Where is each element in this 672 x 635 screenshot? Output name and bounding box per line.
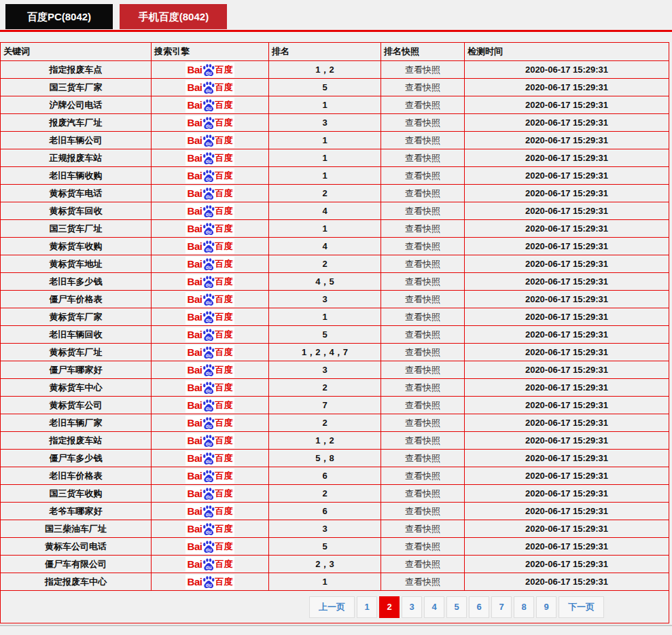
baidu-logo-suffix: 百度 (215, 186, 232, 201)
tab-baidu-pc[interactable]: 百度PC(8042) (5, 4, 113, 29)
keyword-cell: 僵尸车多少钱 (1, 450, 152, 467)
view-snapshot-link[interactable]: 查看快照 (405, 312, 440, 322)
view-snapshot-link[interactable]: 查看快照 (405, 400, 440, 410)
view-snapshot-link[interactable]: 查看快照 (405, 135, 440, 145)
baidu-paw-icon: du (202, 62, 215, 77)
engine-cell: Bai du 百度 (152, 185, 269, 202)
rank-cell: 3 (269, 520, 381, 538)
keyword-cell: 老旧车价格表 (1, 467, 152, 485)
baidu-logo-bai: Bai (188, 433, 202, 448)
pagination-page-3[interactable]: 3 (402, 596, 422, 618)
view-snapshot-link[interactable]: 查看快照 (405, 559, 440, 569)
table-row: 指定报废车中心 Bai du 百度 1 查看快照 2020-06-17 15:2… (1, 573, 669, 591)
baidu-logo: Bai du 百度 (185, 62, 235, 77)
snapshot-cell: 查看快照 (381, 255, 465, 273)
rank-cell: 4 (269, 202, 381, 220)
pagination-next-button[interactable]: 下一页 (559, 596, 604, 618)
engine-cell: Bai du 百度 (152, 255, 269, 273)
view-snapshot-link[interactable]: 查看快照 (405, 241, 440, 251)
baidu-logo-bai: Bai (188, 168, 202, 183)
engine-cell: Bai du 百度 (152, 167, 269, 185)
baidu-logo-suffix: 百度 (215, 433, 232, 448)
baidu-logo-bai: Bai (188, 380, 202, 395)
table-row: 老旧车多少钱 Bai du 百度 4，5 查看快照 2020-06-17 15:… (1, 273, 669, 291)
rank-cell: 2，3 (269, 556, 381, 573)
view-snapshot-link[interactable]: 查看快照 (405, 82, 440, 92)
view-snapshot-link[interactable]: 查看快照 (405, 188, 440, 198)
baidu-logo-suffix: 百度 (215, 469, 232, 484)
snapshot-cell: 查看快照 (381, 361, 465, 379)
engine-cell: Bai du 百度 (152, 503, 269, 520)
view-snapshot-link[interactable]: 查看快照 (405, 294, 440, 304)
view-snapshot-link[interactable]: 查看快照 (405, 347, 440, 357)
view-snapshot-link[interactable]: 查看快照 (405, 276, 440, 287)
tab-baidu-mobile[interactable]: 手机百度(8042) (120, 4, 227, 29)
pagination-page-8[interactable]: 8 (514, 596, 534, 618)
view-snapshot-link[interactable]: 查看快照 (405, 223, 440, 234)
snapshot-cell: 查看快照 (381, 344, 465, 361)
table-row: 黄标货车公司 Bai du 百度 7 查看快照 2020-06-17 15:29… (1, 397, 669, 414)
keyword-cell: 黄标货车回收 (1, 202, 152, 220)
view-snapshot-link[interactable]: 查看快照 (405, 100, 440, 110)
time-cell: 2020-06-17 15:29:31 (465, 238, 669, 255)
view-snapshot-link[interactable]: 查看快照 (405, 577, 440, 587)
table-row: 僵尸车哪家好 Bai du 百度 3 查看快照 2020-06-17 15:29… (1, 361, 669, 379)
view-snapshot-link[interactable]: 查看快照 (405, 435, 440, 446)
baidu-logo-bai: Bai (188, 345, 202, 360)
view-snapshot-link[interactable]: 查看快照 (405, 259, 440, 269)
snapshot-cell: 查看快照 (381, 96, 465, 114)
keyword-cell: 老旧车辆公司 (1, 132, 152, 149)
baidu-logo-bai: Bai (188, 80, 202, 95)
view-snapshot-link[interactable]: 查看快照 (405, 65, 440, 75)
view-snapshot-link[interactable]: 查看快照 (405, 506, 440, 516)
time-cell: 2020-06-17 15:29:31 (465, 132, 669, 149)
view-snapshot-link[interactable]: 查看快照 (405, 117, 440, 128)
keyword-cell: 黄标货车中心 (1, 379, 152, 397)
baidu-paw-icon: du (202, 98, 215, 113)
svg-text:du: du (206, 335, 212, 341)
rank-cell: 1，2，4，7 (269, 344, 381, 361)
engine-cell: Bai du 百度 (152, 450, 269, 467)
view-snapshot-link[interactable]: 查看快照 (405, 153, 440, 163)
baidu-logo-bai: Bai (188, 98, 202, 113)
pagination-page-4[interactable]: 4 (424, 596, 444, 618)
view-snapshot-link[interactable]: 查看快照 (405, 365, 440, 375)
table-header-row: 关键词 搜索引擎 排名 排名快照 检测时间 (1, 43, 669, 61)
baidu-logo-bai: Bai (188, 486, 202, 501)
view-snapshot-link[interactable]: 查看快照 (405, 418, 440, 428)
table-row: 国三货车厂址 Bai du 百度 1 查看快照 2020-06-17 15:29… (1, 220, 669, 238)
time-cell: 2020-06-17 15:29:31 (465, 326, 669, 344)
keyword-cell: 黄标车公司电话 (1, 538, 152, 556)
keyword-cell: 黄标货车公司 (1, 397, 152, 414)
pagination-page-1[interactable]: 1 (357, 596, 377, 618)
time-cell: 2020-06-17 15:29:31 (465, 96, 669, 114)
view-snapshot-link[interactable]: 查看快照 (405, 488, 440, 498)
svg-text:du: du (206, 159, 212, 164)
view-snapshot-link[interactable]: 查看快照 (405, 170, 440, 181)
pagination-page-7[interactable]: 7 (491, 596, 512, 618)
view-snapshot-link[interactable]: 查看快照 (405, 382, 440, 393)
engine-cell: Bai du 百度 (152, 202, 269, 220)
baidu-logo-suffix: 百度 (215, 168, 232, 183)
rank-cell: 5 (269, 538, 381, 556)
view-snapshot-link[interactable]: 查看快照 (405, 206, 440, 216)
baidu-logo: Bai du 百度 (185, 327, 235, 342)
view-snapshot-link[interactable]: 查看快照 (405, 471, 440, 481)
view-snapshot-link[interactable]: 查看快照 (405, 329, 440, 340)
table-row: 正规报废车站 Bai du 百度 1 查看快照 2020-06-17 15:29… (1, 149, 669, 167)
view-snapshot-link[interactable]: 查看快照 (405, 524, 440, 534)
table-row: 沪牌公司电话 Bai du 百度 1 查看快照 2020-06-17 15:29… (1, 96, 669, 114)
baidu-logo-bai: Bai (188, 204, 202, 219)
pagination-page-6[interactable]: 6 (469, 596, 489, 618)
table-row: 黄标货车地址 Bai du 百度 2 查看快照 2020-06-17 15:29… (1, 255, 669, 273)
pagination-page-9[interactable]: 9 (536, 596, 556, 618)
engine-cell: Bai du 百度 (152, 96, 269, 114)
baidu-logo: Bai du 百度 (185, 133, 235, 148)
baidu-paw-icon: du (202, 433, 215, 448)
pagination-page-2[interactable]: 2 (379, 596, 400, 618)
pagination-prev-button[interactable]: 上一页 (309, 596, 355, 618)
view-snapshot-link[interactable]: 查看快照 (405, 541, 440, 551)
pagination-page-5[interactable]: 5 (446, 596, 467, 618)
baidu-logo-bai: Bai (188, 151, 202, 166)
view-snapshot-link[interactable]: 查看快照 (405, 453, 440, 463)
